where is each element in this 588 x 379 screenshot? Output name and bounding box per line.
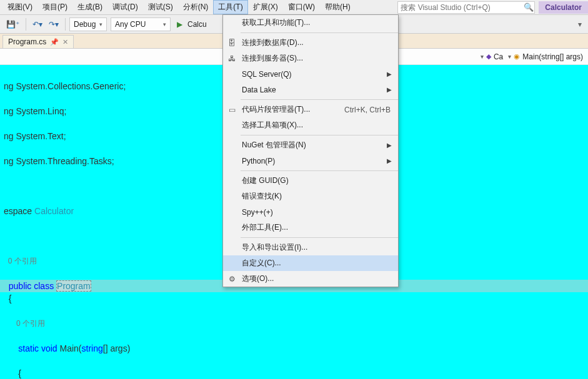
menu-divider (241, 170, 398, 171)
menu-debug[interactable]: 调试(D) (107, 0, 143, 14)
menu-window[interactable]: 窗口(W) (283, 0, 320, 14)
menu-item[interactable]: 错误查找(K) (223, 189, 398, 204)
method-icon: ◉ (514, 52, 520, 61)
menu-divider (241, 237, 398, 238)
menu-tools[interactable]: 工具(T) (213, 0, 247, 14)
menu-item-label: 外部工具(E)... (241, 222, 393, 233)
close-icon[interactable]: ✕ (62, 38, 68, 46)
menu-divider (241, 32, 398, 33)
menu-item-label: SQL Server(Q) (241, 70, 383, 79)
nav-member-label[interactable]: Main(string[] args) (522, 52, 583, 61)
menu-item-label: 错误查找(K) (241, 191, 393, 202)
config-combo[interactable]: Debug▾ (69, 17, 107, 31)
menu-project[interactable]: 项目(P) (37, 0, 72, 14)
menu-item-label: 获取工具和功能(T)... (241, 17, 393, 28)
menu-shortcut: Ctrl+K, Ctrl+B (344, 106, 393, 114)
db-icon: 🗄 (223, 39, 241, 47)
start-debug-label[interactable]: Calcu (187, 20, 207, 29)
menu-item[interactable]: 🖧连接到服务器(S)... (223, 51, 398, 66)
chevron-down-icon[interactable]: ▾ (508, 53, 511, 60)
menu-item-label: 代码片段管理器(T)... (241, 104, 344, 115)
menu-item-label: 创建 GUID(G) (241, 175, 393, 186)
menu-item-label: 连接到服务器(S)... (241, 53, 393, 64)
toolbar-overflow-icon[interactable]: ▾ (576, 19, 584, 30)
menu-item-label: Spy++(+) (241, 208, 393, 217)
menu-item[interactable]: ▭代码片段管理器(T)...Ctrl+K, Ctrl+B (223, 102, 398, 117)
search-input[interactable] (398, 3, 523, 12)
menu-item[interactable]: ⚙选项(O)... (223, 271, 398, 287)
solution-name-badge[interactable]: Calculator (539, 1, 588, 14)
menu-item-label: 连接到数据库(D)... (241, 37, 393, 48)
menu-item[interactable]: 导入和导出设置(I)... (223, 240, 398, 255)
platform-combo[interactable]: Any CPU▾ (111, 17, 171, 31)
menu-item-label: 自定义(C)... (241, 258, 393, 268)
menu-item[interactable]: 🗄连接到数据库(D)... (223, 35, 398, 51)
gear-icon: ⚙ (223, 275, 241, 283)
tools-menu-popup: 获取工具和功能(T)...🗄连接到数据库(D)...🖧连接到服务器(S)...S… (222, 14, 399, 287)
undo-icon[interactable]: ↶▾ (30, 19, 45, 30)
submenu-arrow-icon: ▶ (383, 71, 393, 77)
pin-icon[interactable]: 📌 (50, 38, 59, 46)
menu-analyze[interactable]: 分析(N) (178, 0, 214, 14)
search-icon[interactable]: 🔍 (523, 2, 534, 12)
class-icon: ◆ (486, 52, 491, 61)
chevron-down-icon[interactable]: ▾ (481, 53, 484, 60)
menu-ext[interactable]: 扩展(X) (248, 0, 283, 14)
menu-item[interactable]: 获取工具和功能(T)... (223, 15, 398, 31)
quick-launch[interactable]: 🔍 (397, 1, 535, 14)
menu-divider (241, 135, 398, 135)
menu-divider (241, 99, 398, 100)
redo-icon[interactable]: ↷▾ (46, 19, 61, 30)
menu-item[interactable]: SQL Server(Q)▶ (223, 66, 398, 82)
menu-item-label: Data Lake (241, 86, 383, 94)
codelens-references[interactable]: 0 个引用 (0, 317, 588, 330)
menu-test[interactable]: 测试(S) (143, 0, 178, 14)
menu-item[interactable]: 自定义(C)... (223, 255, 398, 271)
start-debug-icon[interactable]: ▶ (174, 19, 185, 30)
menu-item[interactable]: Data Lake▶ (223, 82, 398, 97)
submenu-arrow-icon: ▶ (383, 86, 393, 93)
nav-class-label[interactable]: Ca (494, 52, 503, 61)
submenu-arrow-icon: ▶ (383, 142, 393, 149)
menu-view[interactable]: 视图(V) (2, 0, 37, 14)
menu-item[interactable]: 外部工具(E)... (223, 220, 398, 235)
menu-item[interactable]: 创建 GUID(G) (223, 173, 398, 189)
menu-item[interactable]: Python(P)▶ (223, 153, 398, 169)
menu-item-label: 选择工具箱项(X)... (241, 120, 393, 130)
server-icon: 🖧 (223, 54, 241, 63)
menu-item-label: NuGet 包管理器(N) (241, 140, 383, 150)
submenu-arrow-icon: ▶ (383, 157, 393, 164)
menu-item-label: Python(P) (241, 157, 383, 165)
menu-help[interactable]: 帮助(H) (320, 0, 356, 14)
menu-item-label: 导入和导出设置(I)... (241, 242, 393, 253)
menu-build[interactable]: 生成(B) (72, 0, 107, 14)
menu-item[interactable]: Spy++(+) (223, 204, 398, 220)
menu-item[interactable]: 选择工具箱项(X)... (223, 117, 398, 133)
snippet-icon: ▭ (223, 106, 241, 114)
tab-program-cs[interactable]: Program.cs 📌 ✕ (2, 35, 74, 48)
menu-item-label: 选项(O)... (241, 273, 393, 284)
save-all-icon[interactable]: 💾⁺ (4, 19, 22, 30)
tab-label: Program.cs (8, 37, 46, 46)
menubar: 视图(V) 项目(P) 生成(B) 调试(D) 测试(S) 分析(N) 工具(T… (0, 0, 588, 15)
menu-item[interactable]: NuGet 包管理器(N)▶ (223, 137, 398, 153)
